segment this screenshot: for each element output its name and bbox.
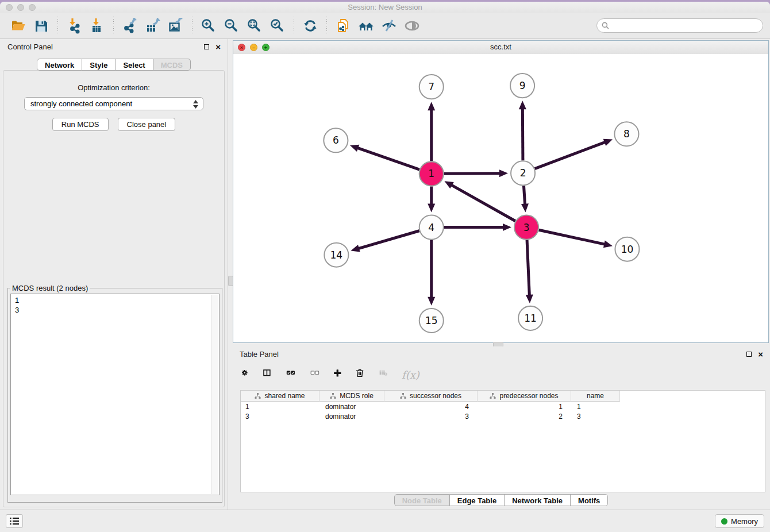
- toolbar-separator: [192, 17, 192, 35]
- cell-predecessor-nodes: 1: [478, 403, 571, 411]
- mcds-result-textarea[interactable]: 13: [10, 294, 220, 495]
- tab-select[interactable]: Select: [116, 59, 153, 71]
- import-network-icon[interactable]: [66, 17, 83, 34]
- column-header-successor-nodes[interactable]: successor nodes: [384, 391, 478, 402]
- cell-name: 3: [571, 413, 620, 421]
- column-header-label: MCDS role: [340, 392, 374, 400]
- tab-motifs[interactable]: Motifs: [571, 494, 608, 506]
- search-input[interactable]: [611, 21, 763, 30]
- close-table-panel-icon[interactable]: ×: [758, 350, 763, 358]
- table-panel: Table Panel × f(x) shared name: [232, 346, 770, 510]
- search-field[interactable]: [596, 18, 763, 33]
- column-header-name[interactable]: name: [571, 391, 620, 402]
- home-icon[interactable]: [357, 17, 375, 34]
- control-panel-tabs: NetworkStyleSelectMCDS: [0, 59, 228, 71]
- show-panel-icon[interactable]: [403, 17, 421, 34]
- edge-1-2[interactable]: [444, 174, 500, 174]
- table-body: 1dominator4113dominator323: [241, 402, 765, 421]
- zoom-out-icon[interactable]: [223, 17, 240, 34]
- select-all-icon[interactable]: [285, 369, 298, 380]
- edge-2-3[interactable]: [523, 186, 525, 205]
- column-header-shared-name[interactable]: shared name: [241, 391, 319, 402]
- add-entry-icon[interactable]: [333, 369, 345, 380]
- table-row[interactable]: 3dominator323: [241, 412, 765, 421]
- task-history-button[interactable]: [6, 514, 23, 528]
- zoom-in-icon[interactable]: [200, 17, 217, 34]
- hide-panel-icon[interactable]: [380, 17, 398, 34]
- edge-arrow-2-9: [519, 101, 526, 109]
- column-header-label: predecessor nodes: [499, 392, 558, 400]
- float-panel-icon[interactable]: [204, 44, 209, 49]
- tab-style[interactable]: Style: [82, 59, 116, 71]
- task-list-icon: [9, 516, 20, 526]
- toolbar-separator: [294, 17, 294, 35]
- edge-3-1[interactable]: [451, 185, 515, 221]
- table-row[interactable]: 1dominator411: [241, 402, 765, 411]
- node-label-3: 3: [523, 222, 530, 233]
- mcds-result-groupbox: MCDS result (2 nodes) 13: [7, 284, 222, 503]
- edge-4-14[interactable]: [358, 231, 419, 249]
- zoom-fit-icon[interactable]: [246, 17, 263, 34]
- node-label-14: 14: [330, 249, 343, 261]
- tab-node-table[interactable]: Node Table: [394, 494, 450, 506]
- toolbar-separator: [113, 17, 114, 35]
- window-titlebar: Session: New Session: [0, 2, 770, 13]
- tab-mcds[interactable]: MCDS: [153, 59, 191, 71]
- tab-network[interactable]: Network: [37, 59, 82, 71]
- run-mcds-button[interactable]: Run MCDS: [52, 118, 109, 131]
- refresh-icon[interactable]: [302, 17, 319, 34]
- column-sort-icon: [490, 393, 496, 399]
- column-header-filler: [620, 391, 765, 402]
- tab-edge-table[interactable]: Edge Table: [450, 494, 505, 506]
- cell-MCDS-role: dominator: [319, 413, 384, 421]
- settings-icon[interactable]: [241, 369, 252, 380]
- float-table-panel-icon[interactable]: [746, 352, 752, 357]
- edge-3-11[interactable]: [527, 240, 529, 296]
- export-image-icon[interactable]: [167, 17, 184, 34]
- delete-entry-icon[interactable]: [356, 369, 367, 380]
- save-session-icon[interactable]: [33, 17, 50, 34]
- tab-network-table[interactable]: Network Table: [505, 494, 571, 506]
- node-label-11: 11: [524, 313, 537, 324]
- zoom-selected-icon[interactable]: [269, 17, 286, 34]
- cell-MCDS-role: dominator: [319, 403, 384, 411]
- cell-predecessor-nodes: 2: [478, 413, 571, 421]
- network-canvas[interactable]: 7968124314101511: [233, 54, 768, 342]
- search-icon: [602, 22, 609, 29]
- close-panel-icon[interactable]: ×: [215, 43, 221, 51]
- deselect-all-icon[interactable]: [309, 369, 322, 380]
- column-header-predecessor-nodes[interactable]: predecessor nodes: [478, 391, 571, 402]
- mcds-result-line: 3: [15, 305, 215, 315]
- close-panel-button[interactable]: Close panel: [118, 118, 176, 131]
- column-sort-icon: [255, 393, 261, 399]
- columns-icon[interactable]: [263, 369, 274, 380]
- edge-1-6[interactable]: [357, 148, 419, 169]
- dropdown-arrows-icon: [192, 99, 199, 109]
- node-label-6: 6: [333, 134, 339, 146]
- result-scrollbar[interactable]: [211, 295, 218, 494]
- mcds-result-legend: MCDS result (2 nodes): [10, 284, 90, 292]
- memory-button[interactable]: Memory: [715, 514, 764, 528]
- export-table-icon[interactable]: [144, 17, 161, 34]
- table-disabled-icon: [378, 369, 391, 380]
- app-window: Session: New Session: [0, 2, 770, 532]
- criterion-dropdown[interactable]: strongly connected component: [24, 97, 203, 110]
- edge-3-10[interactable]: [539, 230, 606, 244]
- export-network-icon[interactable]: [121, 17, 138, 34]
- clone-network-icon[interactable]: [334, 17, 352, 34]
- mcds-result-line: 1: [15, 295, 215, 305]
- control-panel-title: Control Panel: [7, 43, 53, 51]
- edge-2-8[interactable]: [535, 142, 606, 169]
- edge-arrow-4-14: [351, 245, 360, 252]
- edge-arrow-1-7: [428, 102, 435, 110]
- import-table-icon[interactable]: [88, 17, 106, 34]
- open-session-icon[interactable]: [10, 17, 27, 34]
- memory-button-label: Memory: [731, 517, 758, 526]
- edge-arrow-2-8: [603, 139, 613, 146]
- edge-arrow-2-3: [521, 203, 529, 212]
- edge-2-9[interactable]: [522, 108, 523, 160]
- column-header-MCDS-role[interactable]: MCDS role: [319, 391, 384, 402]
- edge-arrow-4-15: [428, 297, 435, 306]
- control-panel-header: Control Panel ×: [0, 39, 228, 55]
- node-label-2: 2: [520, 167, 526, 179]
